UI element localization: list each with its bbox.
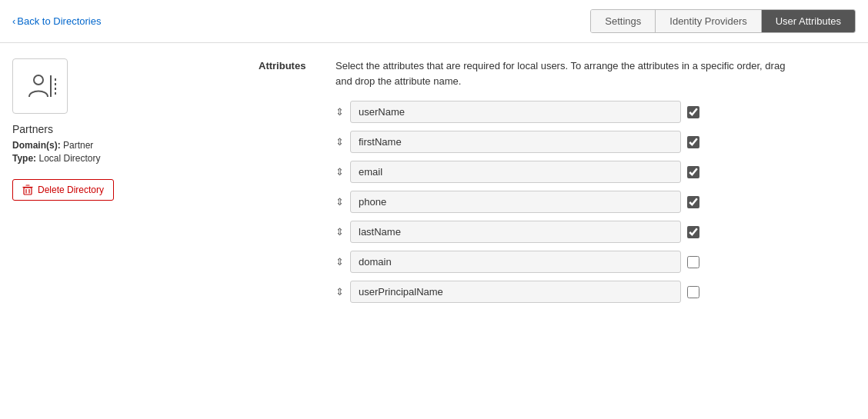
trash-icon	[22, 185, 33, 195]
type-value: Local Directory	[38, 153, 100, 164]
attribute-name-input[interactable]	[350, 251, 681, 273]
sidebar: Partners Domain(s): Partner Type: Local …	[12, 58, 166, 311]
attribute-row: ⇕	[336, 131, 856, 153]
attribute-checkbox[interactable]	[687, 286, 699, 298]
svg-rect-3	[24, 188, 32, 195]
attribute-row: ⇕	[336, 161, 856, 183]
attribute-row: ⇕	[336, 221, 856, 243]
back-label: Back to Directories	[17, 15, 101, 27]
attribute-checkbox[interactable]	[687, 136, 699, 148]
attribute-checkbox[interactable]	[687, 196, 699, 208]
type-row: Type: Local Directory	[12, 153, 166, 164]
tab-identity-providers[interactable]: Identity Providers	[656, 10, 761, 32]
attribute-row: ⇕	[336, 281, 856, 303]
attribute-checkbox[interactable]	[687, 106, 699, 118]
header: ‹ Back to Directories Settings Identity …	[0, 0, 868, 43]
tab-group: Settings Identity Providers User Attribu…	[590, 9, 856, 33]
drag-handle-icon[interactable]: ⇕	[336, 257, 344, 267]
attribute-checkbox[interactable]	[687, 166, 699, 178]
domains-value: Partner	[63, 140, 93, 151]
attribute-name-input[interactable]	[350, 221, 681, 243]
attributes-panel: Select the attributes that are required …	[336, 58, 856, 311]
drag-handle-icon[interactable]: ⇕	[336, 137, 344, 147]
attribute-row: ⇕	[336, 101, 856, 123]
drag-handle-icon[interactable]: ⇕	[336, 197, 344, 207]
attribute-row: ⇕	[336, 251, 856, 273]
tab-settings[interactable]: Settings	[591, 10, 656, 32]
svg-point-0	[34, 75, 43, 85]
content-area: Attributes Select the attributes that ar…	[166, 58, 856, 311]
attribute-name-input[interactable]	[350, 281, 681, 303]
attributes-section-label: Attributes	[259, 58, 336, 311]
attribute-row: ⇕	[336, 191, 856, 213]
attribute-name-input[interactable]	[350, 191, 681, 213]
attributes-description: Select the attributes that are required …	[336, 58, 797, 88]
attribute-name-input[interactable]	[350, 161, 681, 183]
delete-directory-button[interactable]: Delete Directory	[12, 179, 114, 201]
back-to-directories-link[interactable]: ‹ Back to Directories	[12, 15, 101, 27]
delete-directory-label: Delete Directory	[38, 185, 104, 195]
type-label: Type:	[12, 153, 36, 164]
domains-row: Domain(s): Partner	[12, 140, 166, 151]
main-content: Partners Domain(s): Partner Type: Local …	[0, 43, 868, 326]
drag-handle-icon[interactable]: ⇕	[336, 107, 344, 117]
drag-handle-icon[interactable]: ⇕	[336, 287, 344, 297]
drag-handle-icon[interactable]: ⇕	[336, 227, 344, 237]
directory-name: Partners	[12, 123, 166, 135]
tab-user-attributes[interactable]: User Attributes	[762, 10, 855, 32]
drag-handle-icon[interactable]: ⇕	[336, 167, 344, 177]
directory-icon	[12, 58, 68, 114]
directory-icon-svg	[22, 68, 58, 105]
attribute-name-input[interactable]	[350, 131, 681, 153]
attribute-rows-container: ⇕⇕⇕⇕⇕⇕⇕	[336, 101, 856, 303]
attribute-checkbox[interactable]	[687, 226, 699, 238]
chevron-left-icon: ‹	[12, 15, 15, 27]
attribute-name-input[interactable]	[350, 101, 681, 123]
domains-label: Domain(s):	[12, 140, 61, 151]
attribute-checkbox[interactable]	[687, 256, 699, 268]
